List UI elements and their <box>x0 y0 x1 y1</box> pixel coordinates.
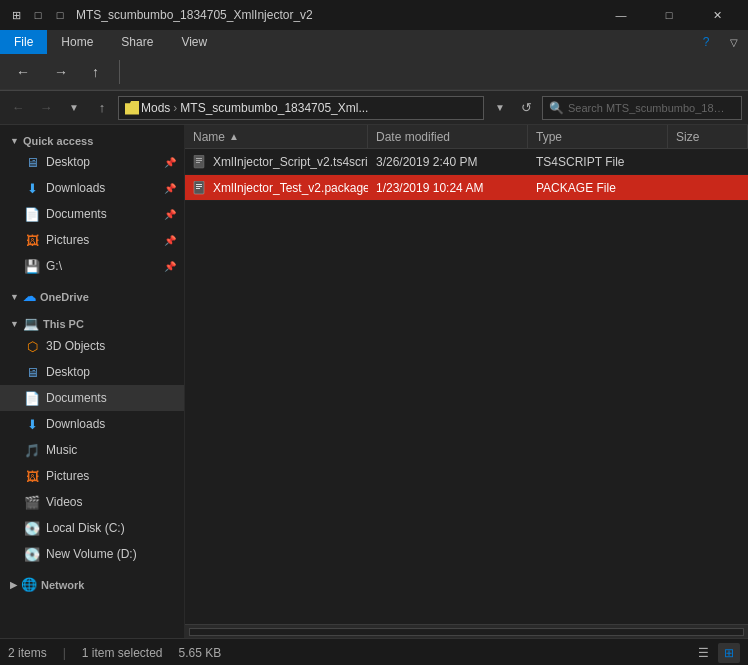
col-date[interactable]: Date modified <box>368 125 528 148</box>
pictures-icon-quick: 🖼 <box>24 232 40 248</box>
quick-access-section[interactable]: ▼ Quick access <box>0 129 184 149</box>
ribbon-toggle-button[interactable]: ▽ <box>720 30 748 54</box>
maximize-button[interactable]: □ <box>646 0 692 30</box>
network-arrow: ▶ <box>10 580 17 590</box>
window-title: MTS_scumbumbo_1834705_XmlInjector_v2 <box>76 8 598 22</box>
tab-view[interactable]: View <box>167 30 221 54</box>
search-box[interactable]: 🔍 Search MTS_scumbumbo_1834705_X... <box>542 96 742 120</box>
downloads-icon: ⬇ <box>24 180 40 196</box>
nav-back-addr-button[interactable]: ← <box>6 96 30 120</box>
tab-home[interactable]: Home <box>47 30 107 54</box>
close-button[interactable]: ✕ <box>694 0 740 30</box>
sidebar-item-documents-pc[interactable]: 📄 Documents <box>0 385 184 411</box>
tab-file[interactable]: File <box>0 30 47 54</box>
downloads-pc-icon: ⬇ <box>24 416 40 432</box>
svg-rect-5 <box>196 184 202 185</box>
selected-size: 5.65 KB <box>179 646 222 660</box>
path-part-mods: Mods <box>141 101 170 115</box>
desktop-pc-icon: 🖥 <box>24 364 40 380</box>
this-pc-arrow: ▼ <box>10 319 19 329</box>
minimize-button[interactable]: — <box>598 0 644 30</box>
file-name-2: XmlInjector_Test_v2.package <box>185 181 368 195</box>
col-size[interactable]: Size <box>668 125 748 148</box>
sidebar-item-desktop-pc[interactable]: 🖥 Desktop <box>0 359 184 385</box>
sidebar-item-pictures-pc[interactable]: 🖼 Pictures <box>0 463 184 489</box>
sidebar-item-3dobjects[interactable]: ⬡ 3D Objects <box>0 333 184 359</box>
sidebar-item-downloads-pc[interactable]: ⬇ Downloads <box>0 411 184 437</box>
sidebar-gdrive-label: G:\ <box>46 259 158 273</box>
sidebar-item-music[interactable]: 🎵 Music <box>0 437 184 463</box>
network-section[interactable]: ▶ 🌐 Network <box>0 571 184 594</box>
svg-rect-3 <box>196 162 200 163</box>
selected-count: 1 item selected <box>82 646 163 660</box>
pin-icon-desktop: 📌 <box>164 157 176 168</box>
onedrive-arrow: ▼ <box>10 292 19 302</box>
nav-up-button[interactable]: ↑ <box>84 61 107 83</box>
table-row[interactable]: XmlInjector_Script_v2.ts4script 3/26/201… <box>185 149 748 175</box>
address-dropdown-button[interactable]: ▼ <box>488 96 512 120</box>
sidebar-item-g-drive[interactable]: 💾 G:\ 📌 <box>0 253 184 279</box>
large-icons-view-button[interactable]: ⊞ <box>718 643 740 663</box>
path-part-folder: MTS_scumbumbo_1834705_Xml... <box>180 101 368 115</box>
nav-forward-button[interactable]: → <box>46 61 76 83</box>
sidebar-videos-label: Videos <box>46 495 176 509</box>
window-controls: — □ ✕ <box>598 0 740 30</box>
sidebar-item-desktop-quick[interactable]: 🖥 Desktop 📌 <box>0 149 184 175</box>
ribbon-help-button[interactable]: ? <box>692 30 720 54</box>
title-bar: ⊞ □ □ MTS_scumbumbo_1834705_XmlInjector_… <box>0 0 748 30</box>
col-name-label: Name <box>193 130 225 144</box>
col-type[interactable]: Type <box>528 125 668 148</box>
svg-rect-4 <box>194 181 204 194</box>
path-sep-1: › <box>173 101 177 115</box>
file-rows: XmlInjector_Script_v2.ts4script 3/26/201… <box>185 149 748 624</box>
status-separator: | <box>63 646 66 660</box>
onedrive-section[interactable]: ▼ ☁ OneDrive <box>0 283 184 306</box>
tab-share[interactable]: Share <box>107 30 167 54</box>
quick-access-arrow: ▼ <box>10 136 19 146</box>
sidebar-new-volume-label: New Volume (D:) <box>46 547 176 561</box>
pin-icon-pictures: 📌 <box>164 235 176 246</box>
sidebar-documents-label: Documents <box>46 207 158 221</box>
pin-icon-downloads: 📌 <box>164 183 176 194</box>
file-name-1: XmlInjector_Script_v2.ts4script <box>185 155 368 169</box>
sidebar-item-new-volume[interactable]: 💽 New Volume (D:) <box>0 541 184 567</box>
sidebar-item-videos[interactable]: 🎬 Videos <box>0 489 184 515</box>
pin-icon-gdrive: 📌 <box>164 261 176 272</box>
pin-icon-documents: 📌 <box>164 209 176 220</box>
details-view-button[interactable]: ☰ <box>692 643 714 663</box>
sidebar-documents-pc-label: Documents <box>46 391 176 405</box>
script-file-icon <box>193 155 207 169</box>
table-row[interactable]: XmlInjector_Test_v2.package 1/23/2019 10… <box>185 175 748 201</box>
network-icon: 🌐 <box>21 577 37 592</box>
local-c-icon: 💽 <box>24 520 40 536</box>
sidebar-item-pictures-quick[interactable]: 🖼 Pictures 📌 <box>0 227 184 253</box>
main-content: ▼ Quick access 🖥 Desktop 📌 ⬇ Downloads 📌… <box>0 125 748 638</box>
search-icon: 🔍 <box>549 101 564 115</box>
quick-access-label: Quick access <box>23 135 93 147</box>
horizontal-scrollbar[interactable] <box>185 624 748 638</box>
file-type-2: PACKAGE File <box>528 181 668 195</box>
title-icon-2: □ <box>30 7 46 23</box>
nav-up-addr-button[interactable]: ↑ <box>90 96 114 120</box>
file-date-2: 1/23/2019 10:24 AM <box>368 181 528 195</box>
nav-forward-addr-button[interactable]: → <box>34 96 58 120</box>
address-path[interactable]: Mods › MTS_scumbumbo_1834705_Xml... <box>118 96 484 120</box>
forward-icon: → <box>54 64 68 80</box>
item-count: 2 items <box>8 646 47 660</box>
up-icon: ↑ <box>92 64 99 80</box>
status-bar: 2 items | 1 item selected 5.65 KB ☰ ⊞ <box>0 638 748 665</box>
sidebar-item-documents-quick[interactable]: 📄 Documents 📌 <box>0 201 184 227</box>
col-name-sort-arrow: ▲ <box>229 131 239 142</box>
pictures-pc-icon: 🖼 <box>24 468 40 484</box>
nav-recent-button[interactable]: ▼ <box>62 96 86 120</box>
svg-rect-2 <box>196 160 202 161</box>
sidebar-item-downloads-quick[interactable]: ⬇ Downloads 📌 <box>0 175 184 201</box>
refresh-button[interactable]: ↺ <box>514 96 538 120</box>
address-bar: ← → ▼ ↑ Mods › MTS_scumbumbo_1834705_Xml… <box>0 91 748 125</box>
this-pc-section[interactable]: ▼ 💻 This PC <box>0 310 184 333</box>
view-controls: ☰ ⊞ <box>692 643 740 663</box>
sidebar-item-local-c[interactable]: 💽 Local Disk (C:) <box>0 515 184 541</box>
nav-back-button[interactable]: ← <box>8 61 38 83</box>
col-name[interactable]: Name ▲ <box>185 125 368 148</box>
3dobjects-icon: ⬡ <box>24 338 40 354</box>
